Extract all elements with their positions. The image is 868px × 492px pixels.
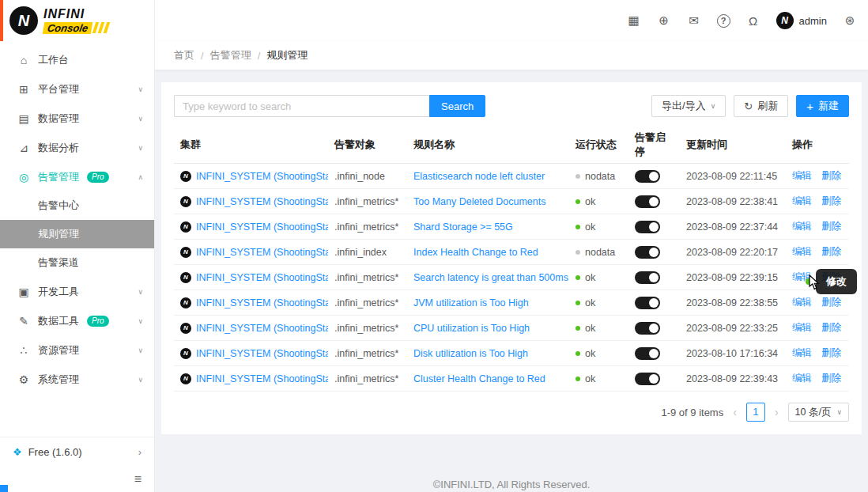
sidebar-item-data-management[interactable]: ▤ 数据管理 ∨	[0, 104, 154, 133]
delete-link[interactable]: 删除	[821, 297, 841, 308]
nav-label: 规则管理	[38, 227, 79, 241]
edit-link[interactable]: 编辑	[792, 195, 812, 206]
rule-link[interactable]: Search latency is great than 500ms	[413, 272, 568, 283]
cluster-link[interactable]: INFINI_SYSTEM (ShootingStar)	[196, 247, 328, 258]
language-icon[interactable]: ⊛	[843, 13, 857, 28]
bell-icon[interactable]: Ω	[746, 14, 760, 28]
prev-page-button[interactable]: ‹	[731, 406, 738, 418]
sidebar-item-system-management[interactable]: ⚙ 系统管理 ∨	[0, 365, 154, 394]
delete-link[interactable]: 删除	[821, 246, 841, 257]
mail-icon[interactable]: ✉	[687, 13, 701, 28]
cluster-link[interactable]: INFINI_SYSTEM (ShootingStar)	[196, 171, 328, 182]
globe-icon[interactable]: ⊕	[657, 13, 671, 28]
status-label: ok	[585, 297, 595, 308]
cluster-link[interactable]: INFINI_SYSTEM (ShootingStar)	[196, 323, 328, 334]
cluster-link[interactable]: INFINI_SYSTEM (ShootingStar)	[196, 221, 328, 233]
delete-link[interactable]: 删除	[821, 195, 841, 206]
search-input[interactable]	[174, 95, 429, 117]
user-menu[interactable]: N admin	[776, 12, 827, 29]
cluster-link[interactable]: INFINI_SYSTEM (ShootingStar)	[196, 297, 328, 308]
enable-toggle[interactable]	[635, 221, 660, 233]
enable-toggle[interactable]	[635, 271, 660, 284]
version-info[interactable]: ❖ Free (1.6.0) ›	[0, 437, 154, 467]
search-button[interactable]: Search	[429, 95, 485, 117]
brand-slash-icon	[104, 22, 111, 33]
cluster-link[interactable]: INFINI_SYSTEM (ShootingStar)	[196, 196, 328, 207]
delete-link[interactable]: 删除	[821, 221, 841, 232]
delete-link[interactable]: 删除	[821, 170, 841, 181]
cluster-link[interactable]: INFINI_SYSTEM (ShootingStar)	[196, 373, 328, 384]
edit-link[interactable]: 编辑	[792, 221, 812, 232]
sidebar-item-alert-center[interactable]: 告警中心	[0, 191, 154, 220]
enable-toggle[interactable]	[635, 373, 660, 385]
table-row: N INFINI_SYSTEM (ShootingStar) .infini_i…	[174, 240, 849, 265]
collapse-sidebar-icon[interactable]: ≡	[134, 472, 142, 486]
rule-link[interactable]: CPU utilization is Too High	[413, 323, 530, 334]
help-icon[interactable]: ?	[717, 14, 730, 28]
brand-console: Console	[43, 22, 93, 34]
next-page-button[interactable]: ›	[773, 406, 780, 418]
delete-link[interactable]: 删除	[821, 373, 841, 384]
chevron-down-icon: ∨	[836, 408, 842, 416]
breadcrumb-alerting[interactable]: 告警管理	[210, 48, 251, 62]
page-size-select[interactable]: 10 条/页 ∨	[788, 403, 849, 422]
export-import-button[interactable]: 导出/导入 ∨	[651, 95, 726, 117]
delete-link[interactable]: 删除	[821, 322, 841, 333]
sidebar-item-alert-channels[interactable]: 告警渠道	[0, 248, 154, 277]
brand-name: INFINI	[43, 8, 108, 21]
nav-label: 告警渠道	[38, 255, 79, 270]
corner-accent	[0, 485, 8, 492]
rule-link[interactable]: Too Many Deleted Documents	[413, 196, 545, 207]
new-rule-button[interactable]: + 新建	[796, 95, 849, 117]
rule-link[interactable]: Elasticsearch node left cluster	[413, 171, 545, 182]
status-dot	[576, 199, 580, 204]
page-content: Search 导出/导入 ∨ ↻ 刷新 + 新建	[155, 70, 868, 492]
screen-icon[interactable]: ▦	[627, 13, 641, 28]
sidebar-item-data-tools[interactable]: ✎ 数据工具 Pro ∨	[0, 306, 154, 335]
cluster-logo-icon: N	[180, 348, 191, 359]
chevron-up-icon: ∧	[138, 173, 143, 181]
delete-link[interactable]: 删除	[821, 347, 841, 358]
enable-toggle[interactable]	[635, 322, 660, 335]
rule-link[interactable]: Shard Storage >= 55G	[413, 221, 513, 233]
rule-link[interactable]: Cluster Health Change to Red	[413, 373, 545, 384]
cluster-link[interactable]: INFINI_SYSTEM (ShootingStar)	[196, 272, 328, 283]
edit-link[interactable]: 编辑	[792, 322, 812, 333]
sidebar-item-data-analysis[interactable]: ⊿ 数据分析 ∨	[0, 133, 154, 162]
header-accent-strip	[0, 0, 3, 41]
rule-link[interactable]: Disk utilization is Too High	[413, 348, 528, 359]
enable-toggle[interactable]	[635, 170, 660, 183]
edit-link[interactable]: 编辑	[792, 170, 812, 181]
enable-toggle[interactable]	[635, 246, 660, 259]
alert-object: .infini_metrics*	[328, 341, 407, 366]
brand-logo[interactable]: N INFINI Console	[0, 0, 154, 41]
enable-toggle[interactable]	[635, 297, 660, 309]
alert-object: .infini_metrics*	[328, 316, 407, 341]
sidebar-item-resource-management[interactable]: ∴ 资源管理 ∨	[0, 335, 154, 365]
enable-toggle[interactable]	[635, 195, 660, 208]
col-alert-toggle: 告警启停	[628, 127, 680, 164]
sidebar-item-dev-tools[interactable]: ▣ 开发工具 ∨	[0, 277, 154, 306]
sidebar-item-alerting[interactable]: ◎ 告警管理 Pro ∧	[0, 162, 154, 191]
page-1-button[interactable]: 1	[746, 403, 765, 422]
status-label: ok	[585, 196, 595, 207]
edit-link[interactable]: 编辑	[792, 246, 812, 257]
cluster-logo-icon: N	[180, 221, 191, 233]
rules-card: Search 导出/导入 ∨ ↻ 刷新 + 新建	[161, 82, 862, 434]
edit-link[interactable]: 编辑	[792, 347, 812, 358]
edit-link[interactable]: 编辑	[792, 297, 812, 308]
sidebar-item-platform-management[interactable]: ⊞ 平台管理 ∨	[0, 74, 154, 104]
rule-link[interactable]: Index Health Change to Red	[413, 247, 538, 258]
edit-link[interactable]: 编辑	[792, 373, 812, 384]
cluster-logo-icon: N	[180, 373, 191, 384]
sidebar-item-rule-management[interactable]: 规则管理	[0, 220, 154, 248]
sidebar-item-workbench[interactable]: ⌂ 工作台	[0, 45, 154, 74]
toggle-knob	[649, 349, 659, 358]
table-row: N INFINI_SYSTEM (ShootingStar) .infini_m…	[174, 290, 849, 316]
cluster-link[interactable]: INFINI_SYSTEM (ShootingStar)	[196, 348, 328, 359]
rule-link[interactable]: JVM utilization is Too High	[413, 297, 529, 308]
refresh-button[interactable]: ↻ 刷新	[734, 95, 788, 117]
enable-toggle[interactable]	[635, 347, 660, 360]
breadcrumb-home[interactable]: 首页	[174, 48, 194, 62]
alert-object: .infini_metrics*	[328, 189, 407, 214]
